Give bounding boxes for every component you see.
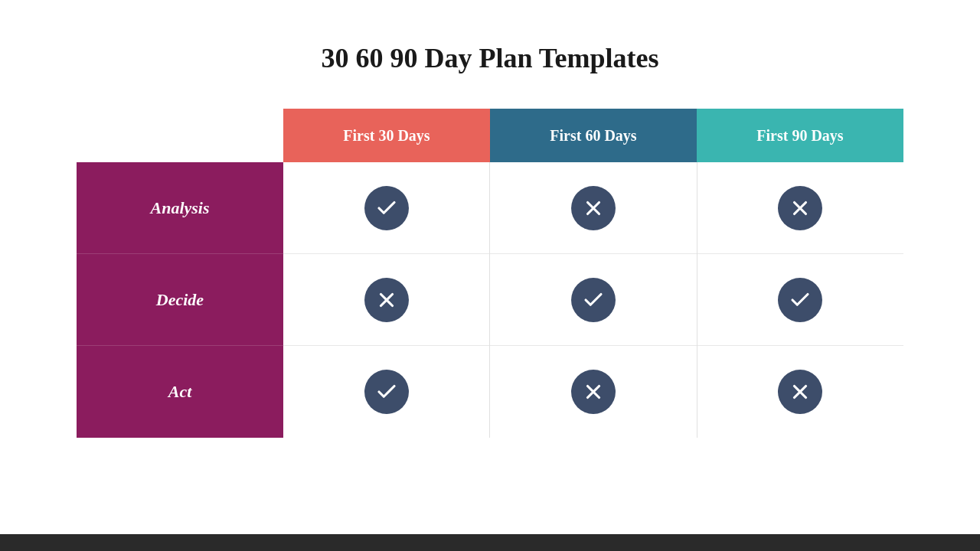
cell-analysis-60	[490, 162, 696, 254]
header-90-days: First 90 Days	[697, 109, 903, 162]
check-icon-analysis-30	[364, 186, 409, 230]
header-60-days: First 60 Days	[490, 109, 697, 162]
cell-act-60	[490, 346, 696, 438]
check-icon-decide-90	[778, 278, 822, 322]
row-labels-column: Analysis Decide Act	[77, 162, 283, 438]
cross-icon-analysis-90	[778, 186, 822, 230]
cross-icon-decide-30	[364, 278, 409, 322]
cell-analysis-90	[697, 162, 903, 254]
row-label-analysis: Analysis	[77, 162, 283, 254]
cell-analysis-30	[283, 162, 489, 254]
cross-icon-act-60	[571, 370, 616, 414]
cell-decide-60	[490, 254, 696, 346]
cell-act-30	[283, 346, 489, 438]
row-label-decide: Decide	[77, 254, 283, 346]
page-title: 30 60 90 Day Plan Templates	[321, 42, 658, 74]
data-grid	[283, 162, 903, 438]
check-icon-act-30	[364, 370, 409, 414]
cell-decide-30	[283, 254, 489, 346]
cross-icon-analysis-60	[571, 186, 616, 230]
cross-icon-act-90	[778, 370, 822, 414]
col-60-days	[489, 162, 696, 438]
bottom-bar	[0, 534, 980, 551]
right-side: First 30 Days First 60 Days First 90 Day…	[283, 109, 903, 438]
row-label-act: Act	[77, 346, 283, 438]
cell-decide-90	[697, 254, 903, 346]
column-headers: First 30 Days First 60 Days First 90 Day…	[283, 109, 903, 162]
check-icon-decide-60	[571, 278, 616, 322]
col-90-days	[697, 162, 903, 438]
col-30-days	[283, 162, 489, 438]
main-table: Analysis Decide Act First 30 Days First …	[77, 109, 903, 438]
cell-act-90	[697, 346, 903, 438]
header-30-days: First 30 Days	[283, 109, 490, 162]
